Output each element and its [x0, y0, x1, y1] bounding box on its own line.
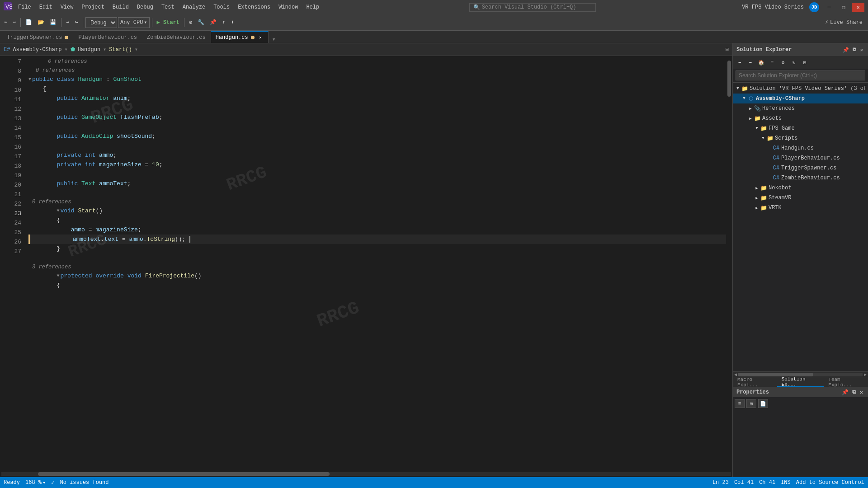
se-home-btn[interactable]: 🏠 [756, 58, 766, 67]
props-sort-btn[interactable]: ⊞ [746, 399, 756, 408]
tree-assets[interactable]: ▶ 📁 Assets [733, 113, 868, 123]
horizontal-scrollbar[interactable] [0, 471, 732, 477]
tree-player[interactable]: ▶ C# PlayerBehaviour.cs [733, 153, 868, 163]
scripts-label: Scripts [775, 135, 797, 141]
solution-search-input[interactable] [736, 70, 865, 80]
menu-help[interactable]: Help [302, 3, 323, 12]
zoom-dropdown[interactable]: 168 % ▾ [25, 479, 46, 486]
breadcrumb-class[interactable]: Handgun [78, 47, 100, 53]
line-25 [28, 253, 726, 263]
vrtk-label: VRTK [769, 205, 782, 211]
toolbar-btn9[interactable]: ⬆ [220, 18, 227, 27]
menu-view[interactable]: View [57, 3, 77, 12]
tree-vrtk[interactable]: ▶ 📁 VRTK [733, 203, 868, 213]
forward-button[interactable]: ➡ [10, 18, 18, 27]
menu-test[interactable]: Test [158, 3, 178, 12]
close-tab-icon[interactable]: ✕ [257, 34, 264, 41]
open-button[interactable]: 📂 [35, 18, 47, 27]
tree-hscroll[interactable]: ◀ ▶ [733, 371, 868, 377]
se-back-btn[interactable]: ⬅ [735, 58, 745, 67]
start-button[interactable]: ▶ Start [155, 18, 182, 27]
menu-tools[interactable]: Tools [210, 3, 233, 12]
collapse-20[interactable]: ▼ [57, 206, 59, 216]
handgun-label: Handgun.cs [781, 145, 814, 151]
tab-team-explorer[interactable]: Team Explo... [824, 377, 868, 387]
se-pin-icon[interactable]: 📌 [841, 46, 850, 54]
add-source-control-button[interactable]: Add to Source Control [796, 479, 864, 486]
props-cat-btn[interactable]: ≡ [735, 399, 745, 408]
toolbar-btn8[interactable]: 📌 [208, 18, 219, 27]
toolbar-btn7[interactable]: 🔧 [195, 18, 207, 27]
undo-button[interactable]: ↩ [64, 18, 71, 27]
minimize-button[interactable]: — [823, 3, 835, 12]
tree-trigger[interactable]: ▶ C# TriggerSpawner.cs [733, 163, 868, 173]
se-float-icon[interactable]: ⧉ [851, 46, 858, 54]
tab-trigger[interactable]: TriggerSpawner.cs [2, 31, 73, 43]
menu-debug[interactable]: Debug [133, 3, 157, 12]
tab-zombie[interactable]: ZombieBehaviour.cs [142, 31, 211, 43]
tree-scripts[interactable]: ▼ 📁 Scripts [733, 133, 868, 143]
back-button[interactable]: ⬅ [2, 18, 9, 27]
tree-zombie[interactable]: ▶ C# ZombieBehaviour.cs [733, 173, 868, 183]
tab-label: ZombieBehaviour.cs [147, 34, 206, 41]
se-settings-btn[interactable]: ⚙ [778, 58, 788, 67]
arrow-references: ▶ [747, 105, 754, 112]
tree-hscroll-thumb[interactable] [738, 373, 813, 376]
toolbar-btn6[interactable]: ⚙ [187, 18, 194, 27]
tree-fps-game[interactable]: ▼ 📁 FPS Game [733, 123, 868, 133]
tab-solution-explorer[interactable]: Solution Ex... [777, 377, 824, 387]
toolbar-btn10[interactable]: ⬇ [229, 18, 236, 27]
menu-build[interactable]: Build [109, 3, 132, 12]
maximize-button[interactable]: ❐ [837, 3, 850, 12]
props-pin-icon[interactable]: 📌 [840, 389, 850, 396]
tree-assembly[interactable]: ▼ ⬡ Assembly-CSharp [733, 94, 868, 103]
menu-file[interactable]: File [14, 3, 35, 12]
breadcrumb-method[interactable]: Start() [109, 47, 132, 53]
h-scroll-thumb[interactable] [38, 472, 330, 476]
menu-analyze[interactable]: Analyze [179, 3, 209, 12]
breadcrumb-project[interactable]: Assembly-CSharp [13, 47, 61, 53]
save-button[interactable]: 💾 [47, 18, 59, 27]
se-collapse-btn[interactable]: ⊟ [800, 58, 810, 67]
tab-player[interactable]: PlayerBehaviour.cs [73, 31, 142, 43]
editor-text[interactable]: 0 references ▼ public class Handgun : Gu… [25, 66, 726, 290]
menu-extensions[interactable]: Extensions [234, 3, 274, 12]
tab-handgun[interactable]: Handgun.cs ✕ [211, 31, 269, 43]
collapse-26[interactable]: ▼ [57, 271, 59, 281]
menu-project[interactable]: Project [78, 3, 108, 12]
close-button[interactable]: ✕ [852, 3, 864, 12]
tree-handgun[interactable]: ▶ C# Handgun.cs [733, 143, 868, 153]
scroll-thumb[interactable] [727, 61, 731, 97]
redo-button[interactable]: ↪ [73, 18, 80, 27]
ref-count-start: 0 references [28, 198, 726, 206]
user-avatar[interactable]: JD [809, 2, 819, 12]
se-forward-btn[interactable]: ➡ [745, 58, 755, 67]
new-file-button[interactable]: 📄 [23, 18, 34, 27]
tree-steamvr[interactable]: ▶ 📁 SteamVR [733, 193, 868, 203]
references-label: References [762, 105, 795, 112]
search-box[interactable]: 🔍 Search Visual Studio (Ctrl+Q) [469, 3, 596, 12]
se-refresh-btn[interactable]: ↻ [789, 58, 799, 67]
assign-22: = [89, 226, 92, 233]
tree-nokobot[interactable]: ▶ 📁 Nokobot [733, 183, 868, 193]
tree-references[interactable]: ▶ 📎 References [733, 103, 868, 113]
tree-solution[interactable]: ▼ 📁 Solution 'VR FPS Video Series' (3 of… [733, 84, 868, 94]
props-float-icon[interactable]: ⧉ [851, 389, 858, 396]
config-dropdown[interactable]: Debug [85, 17, 117, 28]
collapse-all-button[interactable]: ⊟ [726, 46, 729, 53]
cpu-dropdown[interactable]: Any CPU ▾ [118, 17, 150, 28]
tab-macro-explorer[interactable]: Macro Expl... [733, 377, 777, 387]
se-filter-btn[interactable]: ≡ [767, 58, 777, 67]
live-share-button[interactable]: ⚡ Live Share [821, 18, 866, 27]
vertical-scrollbar[interactable] [726, 56, 732, 471]
se-close-icon[interactable]: ✕ [859, 46, 864, 54]
window-controls: — ❐ ✕ [823, 3, 864, 12]
props-close-icon[interactable]: ✕ [859, 389, 864, 396]
kw-private-16: private [57, 161, 81, 168]
props-prop-page-btn[interactable]: 📄 [758, 399, 768, 408]
more-tabs-button[interactable]: ▾ [270, 36, 278, 43]
collapse-7[interactable]: ▼ [28, 75, 31, 84]
menu-window[interactable]: Window [275, 3, 302, 12]
menu-edit[interactable]: Edit [36, 3, 56, 12]
code-content[interactable]: 0 references 0 references ▼ public class… [25, 56, 726, 471]
